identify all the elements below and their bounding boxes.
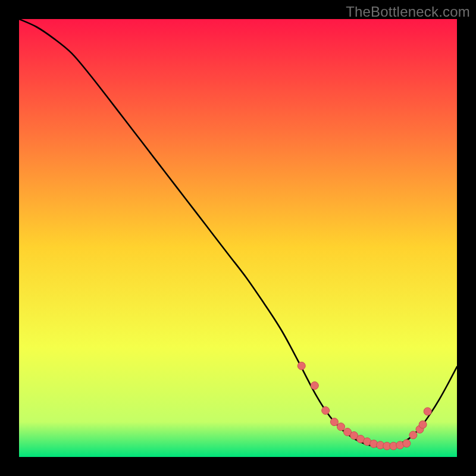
chart-svg [19,19,457,457]
watermark-text: TheBottleneck.com [346,4,470,20]
dot [424,408,431,415]
plot-area [19,19,457,457]
dot [419,421,427,428]
dot [409,431,417,439]
gradient-background [19,19,457,457]
chart-stage: TheBottleneck.com [0,0,476,476]
dot [311,382,318,390]
dot [322,406,330,414]
dot [403,440,411,447]
dot [330,418,338,426]
dot [337,423,345,431]
dot [298,362,305,369]
